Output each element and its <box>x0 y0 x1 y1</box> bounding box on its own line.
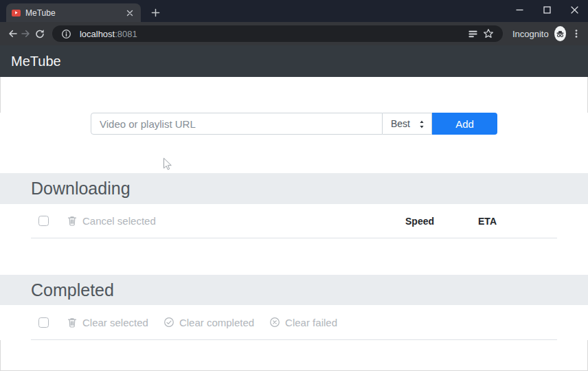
browser-window: MeTube <box>0 0 588 371</box>
downloading-select-all-checkbox[interactable] <box>38 216 49 226</box>
cancel-selected-label: Cancel selected <box>82 215 156 227</box>
x-circle-icon <box>269 317 280 328</box>
clear-selected-button[interactable]: Clear selected <box>67 317 148 328</box>
maximize-button[interactable] <box>533 0 561 19</box>
quality-select[interactable]: Best <box>383 113 432 135</box>
incognito-label: Incognito <box>512 29 549 39</box>
clear-failed-button[interactable]: Clear failed <box>269 317 337 328</box>
browser-tab[interactable]: MeTube <box>6 3 141 22</box>
clear-completed-label: Clear completed <box>179 317 254 328</box>
completed-section-header: Completed <box>0 275 588 305</box>
completed-select-all-checkbox[interactable] <box>38 317 49 328</box>
clear-selected-label: Clear selected <box>82 317 148 328</box>
new-tab-button[interactable] <box>146 3 164 21</box>
eta-column-header: ETA <box>478 216 497 227</box>
tab-strip: MeTube <box>0 0 588 22</box>
add-button[interactable]: Add <box>432 113 497 135</box>
metube-favicon-icon <box>12 10 21 16</box>
downloading-title: Downloading <box>31 179 131 199</box>
minimize-button[interactable] <box>506 0 533 19</box>
window-controls <box>506 0 588 19</box>
downloading-actions-row: Cancel selected Speed ETA <box>31 204 557 238</box>
tab-title: MeTube <box>25 8 124 18</box>
reload-button[interactable] <box>33 25 47 43</box>
app-brand: MeTube <box>11 54 61 69</box>
add-download-form: Best Add <box>91 113 497 135</box>
close-window-button[interactable] <box>561 0 588 19</box>
trash-icon <box>67 215 78 227</box>
url-text: localhost:8081 <box>80 29 466 39</box>
address-bar[interactable]: localhost:8081 <box>52 25 503 42</box>
clear-completed-button[interactable]: Clear completed <box>163 317 254 328</box>
completed-title: Completed <box>31 280 114 300</box>
select-caret-icon <box>417 119 427 130</box>
forward-button[interactable] <box>19 25 33 43</box>
back-button[interactable] <box>5 25 19 43</box>
app-navbar: MeTube <box>0 45 588 77</box>
check-circle-icon <box>163 317 174 328</box>
url-host: localhost <box>80 29 115 39</box>
bookmark-star-icon[interactable] <box>481 26 496 41</box>
trash-icon <box>67 317 78 328</box>
side-panel-icon[interactable] <box>466 26 481 41</box>
speed-column-header: Speed <box>405 216 434 227</box>
url-input[interactable] <box>91 113 383 135</box>
browser-menu-icon[interactable] <box>570 25 583 42</box>
site-info-icon[interactable] <box>59 26 74 41</box>
page-content: Best Add Downloading Cancel selected Spe… <box>0 113 588 340</box>
downloading-section-header: Downloading <box>0 173 588 204</box>
url-port: :8081 <box>115 29 137 39</box>
quality-selected-value: Best <box>391 118 410 129</box>
tab-close-icon[interactable] <box>124 8 135 19</box>
browser-toolbar: localhost:8081 Incognito <box>0 22 588 45</box>
clear-failed-label: Clear failed <box>285 317 337 328</box>
incognito-badge-icon[interactable] <box>554 26 566 41</box>
completed-actions-row: Clear selected Clear completed Clear fai… <box>31 305 557 340</box>
cancel-selected-button[interactable]: Cancel selected <box>67 215 156 227</box>
